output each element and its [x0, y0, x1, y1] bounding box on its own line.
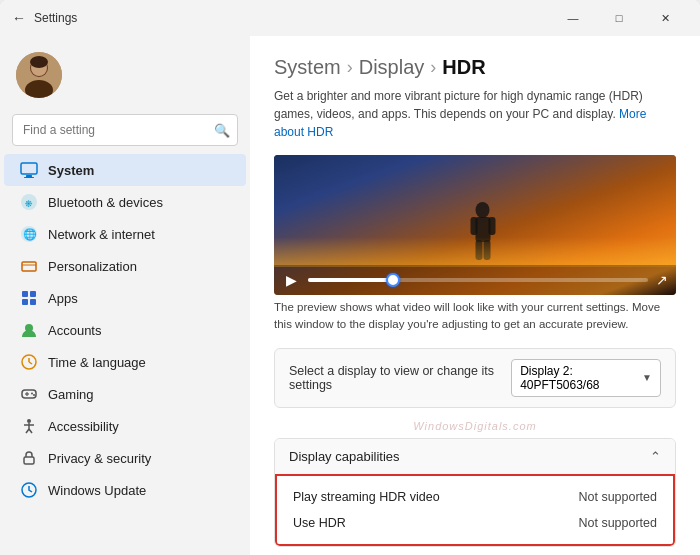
svg-point-26: [33, 394, 35, 396]
sidebar-item-personalization-label: Personalization: [48, 259, 137, 274]
back-icon[interactable]: ←: [12, 10, 26, 26]
accounts-icon: [20, 321, 38, 339]
sidebar-item-privacy[interactable]: Privacy & security: [4, 442, 246, 474]
close-button[interactable]: ✕: [642, 0, 688, 36]
sidebar-item-accounts[interactable]: Accounts: [4, 314, 246, 346]
content-area: System › Display › HDR Get a brighter an…: [250, 36, 700, 555]
svg-rect-12: [22, 262, 36, 271]
svg-rect-15: [30, 291, 36, 297]
display-select-dropdown[interactable]: Display 2: 40PFT5063/68 ▼: [511, 359, 661, 397]
sidebar-item-bluetooth-label: Bluetooth & devices: [48, 195, 163, 210]
progress-bar[interactable]: [308, 278, 648, 282]
title-bar-left: ← Settings: [12, 10, 77, 26]
display-select-value: Display 2: 40PFT5063/68: [520, 364, 638, 392]
video-controls: ▶ ↗: [274, 265, 676, 295]
sidebar-item-gaming[interactable]: Gaming: [4, 378, 246, 410]
progress-thumb: [386, 273, 400, 287]
breadcrumb-sep2: ›: [430, 57, 436, 78]
capability-streaming-label: Play streaming HDR video: [293, 490, 440, 504]
capability-row-streaming: Play streaming HDR video Not supported: [277, 484, 673, 510]
search-icon: 🔍: [214, 123, 230, 138]
sidebar-item-accessibility[interactable]: Accessibility: [4, 410, 246, 442]
svg-text:⎈: ⎈: [25, 196, 33, 210]
capability-row-hdr: Use HDR Not supported: [277, 510, 673, 536]
capabilities-title: Display capabilities: [289, 449, 400, 464]
avatar: [16, 52, 62, 98]
settings-window: ← Settings — □ ✕: [0, 0, 700, 555]
user-avatar-area: [0, 44, 250, 110]
breadcrumb-part2: Display: [359, 56, 425, 79]
sidebar-item-time[interactable]: Time & language: [4, 346, 246, 378]
minimize-button[interactable]: —: [550, 0, 596, 36]
gaming-icon: [20, 385, 38, 403]
page-description: Get a brighter and more vibrant picture …: [274, 87, 676, 141]
breadcrumb-sep1: ›: [347, 57, 353, 78]
network-icon: 🌐: [20, 225, 38, 243]
sidebar-item-personalization[interactable]: Personalization: [4, 250, 246, 282]
system-icon: [20, 161, 38, 179]
sidebar-item-network[interactable]: 🌐 Network & internet: [4, 218, 246, 250]
title-bar: ← Settings — □ ✕: [0, 0, 700, 36]
sidebar: 🔍 System ⎈ Bluetooth & devices 🌐 Netw: [0, 36, 250, 555]
sidebar-item-privacy-label: Privacy & security: [48, 451, 151, 466]
svg-rect-37: [489, 217, 496, 235]
capabilities-header[interactable]: Display capabilities ⌃: [275, 439, 675, 474]
apps-icon: [20, 289, 38, 307]
play-button[interactable]: ▶: [282, 271, 300, 289]
sidebar-item-time-label: Time & language: [48, 355, 146, 370]
svg-line-21: [29, 362, 32, 364]
svg-point-34: [476, 202, 490, 218]
privacy-icon: [20, 449, 38, 467]
svg-text:🌐: 🌐: [23, 227, 37, 241]
svg-rect-14: [22, 291, 28, 297]
sidebar-item-gaming-label: Gaming: [48, 387, 94, 402]
video-preview: ▶ ↗: [274, 155, 676, 295]
bluetooth-icon: ⎈: [20, 193, 38, 211]
maximize-button[interactable]: □: [596, 0, 642, 36]
capability-hdr-label: Use HDR: [293, 516, 346, 530]
personalization-icon: [20, 257, 38, 275]
sidebar-item-update-label: Windows Update: [48, 483, 146, 498]
sidebar-item-bluetooth[interactable]: ⎈ Bluetooth & devices: [4, 186, 246, 218]
sidebar-item-system-label: System: [48, 163, 94, 178]
chevron-up-icon: ⌃: [650, 449, 661, 464]
window-title: Settings: [34, 11, 77, 25]
sidebar-item-accounts-label: Accounts: [48, 323, 101, 338]
capabilities-body: Play streaming HDR video Not supported U…: [275, 474, 675, 546]
display-capabilities-section: Display capabilities ⌃ Play streaming HD…: [274, 438, 676, 547]
search-bar: 🔍: [12, 114, 238, 146]
time-icon: [20, 353, 38, 371]
svg-point-25: [31, 393, 33, 395]
expand-button[interactable]: ↗: [656, 272, 668, 288]
sidebar-item-apps[interactable]: Apps: [4, 282, 246, 314]
display-selector: Select a display to view or change its s…: [274, 348, 676, 408]
svg-rect-32: [24, 457, 34, 464]
progress-fill: [308, 278, 393, 282]
breadcrumb-current: HDR: [442, 56, 485, 79]
breadcrumb: System › Display › HDR: [274, 56, 676, 79]
svg-rect-5: [21, 163, 37, 174]
sidebar-item-apps-label: Apps: [48, 291, 78, 306]
update-icon: [20, 481, 38, 499]
svg-point-27: [27, 419, 31, 423]
sidebar-item-network-label: Network & internet: [48, 227, 155, 242]
svg-line-31: [29, 429, 32, 433]
window-controls: — □ ✕: [550, 0, 688, 36]
breadcrumb-part1: System: [274, 56, 341, 79]
preview-caption: The preview shows what video will look l…: [274, 299, 676, 334]
svg-rect-36: [471, 217, 478, 235]
svg-rect-7: [24, 177, 34, 178]
sidebar-item-system[interactable]: System: [4, 154, 246, 186]
capability-hdr-status: Not supported: [578, 516, 657, 530]
dropdown-chevron-icon: ▼: [642, 372, 652, 383]
accessibility-icon: [20, 417, 38, 435]
svg-rect-17: [30, 299, 36, 305]
search-input[interactable]: [12, 114, 238, 146]
sidebar-item-accessibility-label: Accessibility: [48, 419, 119, 434]
watermark: WindowsDigitals.com: [274, 418, 676, 438]
sidebar-item-update[interactable]: Windows Update: [4, 474, 246, 506]
main-layout: 🔍 System ⎈ Bluetooth & devices 🌐 Netw: [0, 36, 700, 555]
capability-streaming-status: Not supported: [578, 490, 657, 504]
display-selector-label: Select a display to view or change its s…: [289, 364, 511, 392]
svg-rect-16: [22, 299, 28, 305]
